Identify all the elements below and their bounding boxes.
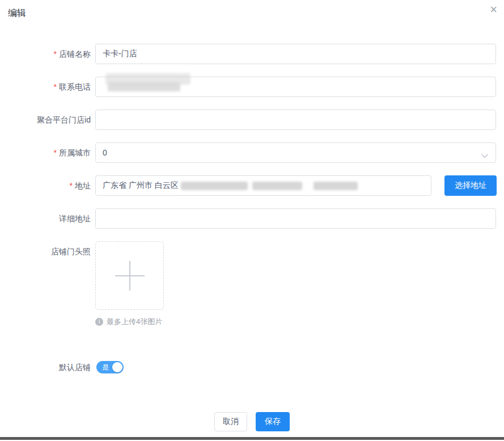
- edit-store-modal: 编辑 × *店铺名称 *联系电话 聚合平: [0, 0, 504, 441]
- required-mark: *: [70, 181, 73, 190]
- required-mark: *: [54, 49, 57, 58]
- city-select[interactable]: 0: [95, 142, 496, 163]
- city-row: *所属城市 0: [0, 142, 496, 163]
- modal-footer: 取消 保存: [0, 412, 504, 431]
- detail-address-label: 详细地址: [0, 208, 91, 229]
- city-label: *所属城市: [0, 142, 91, 163]
- edit-store-form: *店铺名称 *联系电话 聚合平台门店id: [0, 44, 496, 373]
- address-label: *地址: [0, 175, 91, 196]
- store-name-row: *店铺名称: [0, 44, 496, 64]
- select-address-button[interactable]: 选择地址: [444, 175, 497, 196]
- address-input[interactable]: 广东省 广州市 白云区: [95, 175, 431, 196]
- upload-hint: i 最多上传4张图片: [95, 317, 496, 327]
- redacted-address-blur: [314, 182, 358, 190]
- default-store-switch[interactable]: 是: [96, 361, 124, 373]
- redacted-phone-blur: [108, 82, 180, 91]
- required-mark: *: [54, 82, 57, 91]
- detail-address-input[interactable]: [95, 208, 496, 229]
- upload-hint-text: 最多上传4张图片: [107, 317, 162, 327]
- address-value: 广东省 广州市 白云区: [103, 180, 179, 191]
- detail-address-row: 详细地址: [0, 208, 496, 229]
- phone-row: *联系电话: [0, 77, 496, 97]
- save-button[interactable]: 保存: [256, 412, 290, 431]
- window-bottom-edge: [0, 437, 504, 440]
- required-mark: *: [54, 148, 57, 157]
- platform-store-id-row: 聚合平台门店id: [0, 110, 496, 130]
- default-store-label: 默认店铺: [0, 361, 91, 373]
- phone-label: *联系电话: [0, 77, 91, 97]
- cancel-button[interactable]: 取消: [214, 412, 247, 431]
- chevron-down-icon: [481, 151, 488, 160]
- store-photo-label: 店铺门头照: [0, 241, 91, 262]
- page-title: 编辑: [8, 8, 26, 18]
- plus-icon: [115, 261, 145, 291]
- switch-knob: [112, 362, 122, 372]
- city-select-value: 0: [103, 148, 489, 157]
- modal-header: 编辑 ×: [0, 0, 504, 20]
- default-store-row: 默认店铺 是: [0, 361, 496, 373]
- close-icon[interactable]: ×: [490, 3, 497, 16]
- address-row: *地址 广东省 广州市 白云区 选择地址: [0, 175, 496, 196]
- switch-on-text: 是: [102, 361, 109, 373]
- platform-store-id-input[interactable]: [95, 110, 496, 130]
- redacted-address-blur: [181, 182, 248, 190]
- store-photo-row: 店铺门头照 i 最多上传4张图片: [0, 241, 496, 327]
- info-icon: i: [95, 318, 103, 326]
- redacted-address-blur: [252, 182, 302, 190]
- store-name-input[interactable]: [95, 44, 496, 64]
- store-name-label: *店铺名称: [0, 44, 91, 64]
- platform-store-id-label: 聚合平台门店id: [0, 110, 91, 130]
- photo-upload-button[interactable]: [95, 241, 164, 310]
